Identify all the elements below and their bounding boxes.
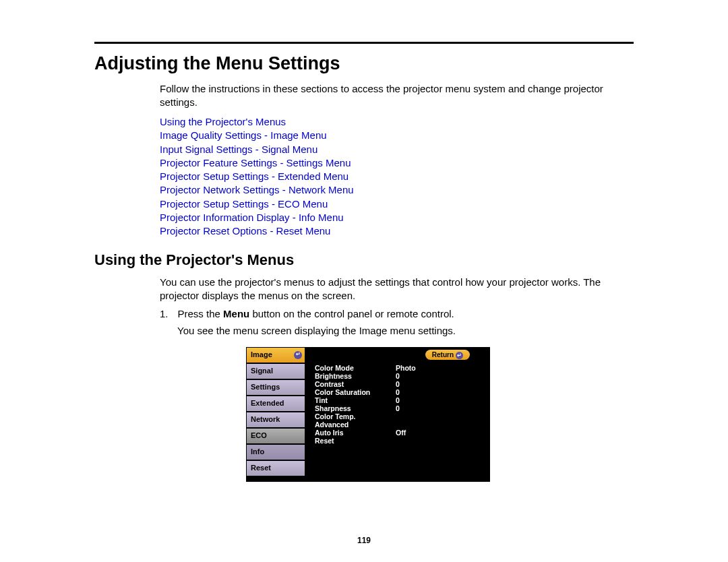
menu-tab-label: Image [251,350,272,360]
enter-icon: ↵ [294,351,302,359]
setting-value [396,412,436,420]
link-settings-menu[interactable]: Projector Feature Settings - Settings Me… [160,156,634,170]
step-text-post: button on the control panel or remote co… [249,308,454,319]
link-signal-menu[interactable]: Input Signal Settings - Signal Menu [160,143,634,156]
menu-tab-label: Network [251,414,280,425]
setting-value: 0 [396,404,436,412]
setting-label: Color Temp. [315,412,396,420]
setting-value: Photo [396,364,436,372]
menu-content: Return↵ Color ModePhoto Brightness0 Cont… [305,347,490,482]
step-list: 1. Press the Menu button on the control … [160,307,634,482]
setting-value: 0 [396,396,436,404]
settings-list: Color ModePhoto Brightness0 Contrast0 Co… [315,364,485,445]
link-info-menu[interactable]: Projector Information Display - Info Men… [160,211,634,224]
section-title: Using the Projector's Menus [94,251,634,269]
return-button: Return↵ [425,350,470,361]
step-number: 1. [160,307,169,321]
step-note: You see the menu screen displaying the I… [177,324,634,338]
setting-row: Color ModePhoto [315,364,485,372]
setting-row: Sharpness0 [315,404,485,412]
menu-tab-label: Signal [251,366,273,376]
link-using-menus[interactable]: Using the Projector's Menus [160,115,634,129]
setting-label: Brightness [315,372,396,380]
page-number: 119 [94,536,634,545]
return-label: Return [432,351,454,358]
step-text: Press the Menu button on the control pan… [178,307,634,321]
toc-links: Using the Projector's Menus Image Qualit… [160,115,634,238]
setting-label: Contrast [315,380,396,388]
menu-tab-signal: Signal [246,363,305,379]
setting-row: Reset [315,437,485,445]
intro-paragraph: Follow the instructions in these section… [160,82,634,108]
setting-label: Auto Iris [315,429,396,437]
setting-row: Auto IrisOff [315,429,485,437]
setting-label: Color Saturation [315,388,396,396]
setting-row: Color Saturation0 [315,388,485,396]
setting-label: Tint [315,396,396,404]
setting-label: Reset [315,437,396,445]
step-row: 1. Press the Menu button on the control … [160,307,634,321]
setting-value: 0 [396,388,436,396]
setting-row: Advanced [315,420,485,429]
menu-tab-settings: Settings [246,379,305,396]
setting-label: Sharpness [315,404,396,412]
menu-tab-eco: ECO [246,428,305,444]
menu-tab-extended: Extended [246,396,305,412]
setting-value: 0 [396,380,436,388]
menu-tab-label: Extended [251,398,284,408]
link-extended-menu[interactable]: Projector Setup Settings - Extended Menu [160,170,634,183]
horizontal-rule [94,42,634,44]
link-network-menu[interactable]: Projector Network Settings - Network Men… [160,183,634,197]
menu-tab-info: Info [246,444,305,460]
setting-row: Contrast0 [315,380,485,388]
link-image-menu[interactable]: Image Quality Settings - Image Menu [160,129,634,142]
menu-tab-label: ECO [251,431,267,441]
menu-tab-label: Info [251,447,264,457]
setting-label: Advanced [315,420,396,429]
projector-menu-screenshot: Image ↵ Signal Settings Extended Network… [246,347,490,482]
link-reset-menu[interactable]: Projector Reset Options - Reset Menu [160,224,634,238]
setting-row: Color Temp. [315,412,485,420]
setting-row: Brightness0 [315,372,485,380]
enter-icon: ↵ [456,352,463,359]
menu-tab-network: Network [246,412,305,428]
step-text-bold: Menu [223,308,249,319]
step-text-pre: Press the [178,308,224,319]
setting-label: Color Mode [315,364,396,372]
setting-row: Tint0 [315,396,485,404]
setting-value [396,437,436,445]
page-title: Adjusting the Menu Settings [94,53,634,74]
setting-value: 0 [396,372,436,380]
setting-value [396,420,436,429]
menu-tab-label: Reset [251,463,271,473]
setting-value: Off [396,429,436,437]
menu-tab-label: Settings [251,382,280,392]
menu-tab-reset: Reset [246,460,305,476]
menu-sidebar: Image ↵ Signal Settings Extended Network… [246,347,305,482]
menu-tab-image: Image ↵ [246,347,305,363]
section-intro: You can use the projector's menus to adj… [160,276,634,302]
link-eco-menu[interactable]: Projector Setup Settings - ECO Menu [160,197,634,211]
